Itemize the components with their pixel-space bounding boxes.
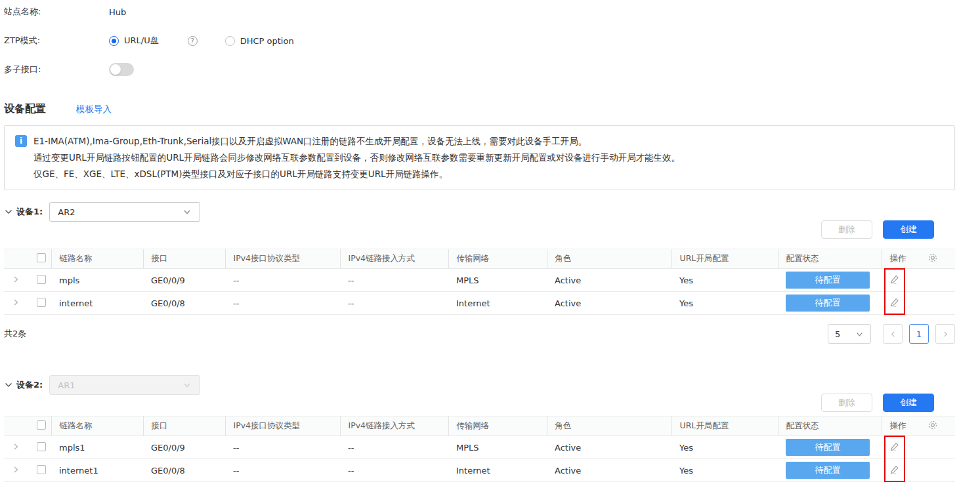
prev-page-button[interactable] bbox=[883, 324, 903, 344]
device1-link-table: 链路名称 接口 IPv4接口协议类型 IPv4链路接入方式 传输网络 角色 UR… bbox=[4, 249, 955, 315]
radio-unselected-icon[interactable] bbox=[225, 36, 235, 46]
cell-ipv4-access: -- bbox=[340, 459, 448, 482]
col-ipv4-protocol: IPv4接口协议类型 bbox=[225, 417, 340, 436]
row-checkbox[interactable] bbox=[37, 442, 46, 451]
chevron-left-icon bbox=[889, 331, 897, 338]
cell-link-name: internet bbox=[51, 292, 143, 315]
cell-interface: GE0/0/9 bbox=[143, 269, 225, 292]
page-number-button[interactable]: 1 bbox=[909, 324, 929, 344]
notice-lines: E1-IMA(ATM),Ima-Group,Eth-Trunk,Serial接口… bbox=[33, 133, 680, 182]
device1-select-group: 设备1: AR2 bbox=[4, 202, 200, 222]
cell-interface: GE0/0/8 bbox=[143, 459, 225, 482]
notice-line: E1-IMA(ATM),Ima-Group,Eth-Trunk,Serial接口… bbox=[33, 133, 680, 150]
radio-url-usb-label: URL/U盘 bbox=[124, 35, 159, 47]
device2-actions: 删除 创建 bbox=[821, 394, 955, 412]
gear-icon[interactable] bbox=[927, 420, 938, 430]
radio-url-usb[interactable]: URL/U盘 bbox=[109, 35, 159, 47]
status-pending-button[interactable]: 待配置 bbox=[786, 439, 870, 456]
cell-url-deploy-config: Yes bbox=[671, 269, 778, 292]
table-header-row: 链路名称 接口 IPv4接口协议类型 IPv4链路接入方式 传输网络 角色 UR… bbox=[4, 417, 955, 436]
ztp-mode-row: ZTP模式: URL/U盘 ? DHCP option bbox=[4, 34, 955, 47]
edit-pencil-icon[interactable] bbox=[889, 464, 900, 475]
ztp-device-config-page: 站点名称: Hub ZTP模式: URL/U盘 ? DHCP option 多子… bbox=[0, 0, 967, 482]
chevron-down-icon[interactable] bbox=[4, 380, 13, 390]
delete-button[interactable]: 删除 bbox=[821, 394, 872, 412]
col-config-status: 配置状态 bbox=[778, 249, 882, 269]
device2-select-group: 设备2: AR1 bbox=[4, 375, 200, 395]
table-row: mpls GE0/0/9 -- -- MPLS Active Yes 待配置 bbox=[4, 269, 955, 292]
ztp-mode-label: ZTP模式: bbox=[4, 35, 109, 47]
notice-box: i E1-IMA(ATM),Ima-Group,Eth-Trunk,Serial… bbox=[4, 125, 955, 190]
chevron-down-icon[interactable] bbox=[4, 207, 13, 216]
create-button[interactable]: 创建 bbox=[883, 220, 934, 239]
section-tabs: 设备配置 模板导入 bbox=[4, 102, 955, 116]
cell-url-deploy-config: Yes bbox=[671, 436, 778, 459]
chevron-down-icon bbox=[855, 330, 864, 338]
radio-dhcp-option-label: DHCP option bbox=[240, 36, 294, 46]
row-checkbox[interactable] bbox=[37, 298, 46, 307]
expand-row-icon[interactable] bbox=[12, 443, 20, 451]
col-url-deploy-config: URL开局配置 bbox=[671, 249, 778, 269]
col-ipv4-access: IPv4链路接入方式 bbox=[340, 417, 448, 436]
col-url-deploy-config: URL开局配置 bbox=[671, 417, 778, 436]
cell-ipv4-protocol: -- bbox=[225, 292, 340, 315]
device2-select-disabled[interactable]: AR1 bbox=[49, 375, 200, 395]
gear-icon[interactable] bbox=[927, 253, 938, 263]
site-name-row: 站点名称: Hub bbox=[4, 5, 955, 18]
multi-subinterface-label: 多子接口: bbox=[4, 64, 109, 75]
table-row: internet GE0/0/8 -- -- Internet Active Y… bbox=[4, 292, 955, 315]
notice-line: 仅GE、FE、XGE、LTE、xDSL(PTM)类型接口及对应子接口的URL开局… bbox=[33, 166, 680, 182]
cell-transport-network: Internet bbox=[448, 292, 547, 315]
row-checkbox[interactable] bbox=[37, 275, 46, 284]
next-page-button[interactable] bbox=[935, 324, 955, 344]
cell-role: Active bbox=[547, 459, 671, 482]
multi-subinterface-toggle[interactable] bbox=[109, 63, 134, 76]
cell-link-name: mpls1 bbox=[51, 436, 143, 459]
expand-row-icon[interactable] bbox=[12, 466, 20, 474]
col-operation: 操作 bbox=[882, 249, 920, 269]
help-icon[interactable]: ? bbox=[188, 36, 198, 46]
edit-pencil-icon[interactable] bbox=[889, 441, 900, 452]
cell-link-name: internet1 bbox=[51, 459, 143, 482]
cell-role: Active bbox=[547, 269, 671, 292]
col-link-name: 链路名称 bbox=[51, 249, 143, 269]
col-transport-network: 传输网络 bbox=[448, 249, 547, 269]
status-pending-button[interactable]: 待配置 bbox=[786, 295, 870, 312]
select-all-header-cell bbox=[29, 249, 51, 269]
edit-pencil-icon[interactable] bbox=[889, 274, 900, 285]
device1-actions: 删除 创建 bbox=[821, 220, 955, 239]
cell-ipv4-protocol: -- bbox=[225, 269, 340, 292]
radio-selected-icon[interactable] bbox=[109, 36, 119, 46]
expand-header-cell bbox=[4, 249, 29, 269]
col-transport-network: 传输网络 bbox=[448, 417, 547, 436]
tab-device-config[interactable]: 设备配置 bbox=[4, 102, 46, 116]
cell-transport-network: Internet bbox=[448, 459, 547, 482]
col-ipv4-access: IPv4链路接入方式 bbox=[340, 249, 448, 269]
cell-ipv4-access: -- bbox=[340, 269, 448, 292]
status-pending-button[interactable]: 待配置 bbox=[786, 272, 870, 289]
col-interface: 接口 bbox=[143, 249, 225, 269]
edit-pencil-icon[interactable] bbox=[889, 297, 900, 308]
radio-dhcp-option[interactable]: DHCP option bbox=[225, 36, 294, 46]
expand-row-icon[interactable] bbox=[12, 275, 20, 283]
select-all-checkbox[interactable] bbox=[37, 420, 46, 430]
device2-header: 设备2: AR1 删除 创建 bbox=[4, 375, 955, 412]
device2-link-table: 链路名称 接口 IPv4接口协议类型 IPv4链路接入方式 传输网络 角色 UR… bbox=[4, 416, 955, 482]
device1-select[interactable]: AR2 bbox=[49, 202, 200, 222]
tab-template-import[interactable]: 模板导入 bbox=[76, 104, 112, 115]
cell-ipv4-protocol: -- bbox=[225, 459, 340, 482]
create-button[interactable]: 创建 bbox=[883, 394, 934, 412]
page-size-select[interactable]: 5 bbox=[828, 324, 871, 344]
row-checkbox[interactable] bbox=[37, 465, 46, 474]
multi-subinterface-row: 多子接口: bbox=[4, 63, 955, 76]
table-header-row: 链路名称 接口 IPv4接口协议类型 IPv4链路接入方式 传输网络 角色 UR… bbox=[4, 249, 955, 269]
cell-transport-network: MPLS bbox=[448, 269, 547, 292]
cell-role: Active bbox=[547, 292, 671, 315]
status-pending-button[interactable]: 待配置 bbox=[786, 462, 870, 479]
expand-row-icon[interactable] bbox=[12, 298, 20, 306]
select-all-checkbox[interactable] bbox=[37, 253, 46, 262]
delete-button[interactable]: 删除 bbox=[821, 220, 872, 239]
device2-label: 设备2: bbox=[16, 379, 43, 391]
device1-table-footer: 共2条 5 1 bbox=[4, 324, 955, 344]
col-interface: 接口 bbox=[143, 417, 225, 436]
